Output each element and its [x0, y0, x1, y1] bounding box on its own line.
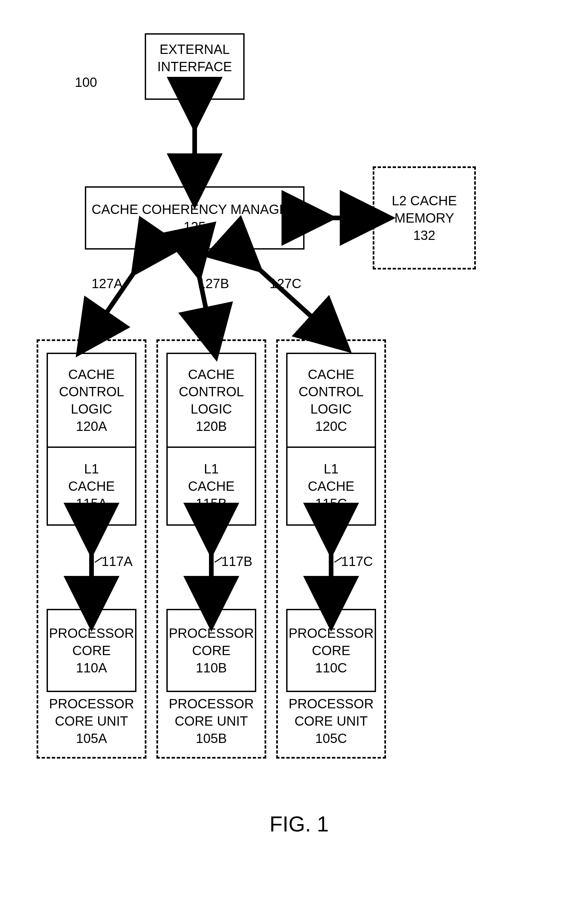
ccl-b-title: CACHE CONTROL LOGIC	[179, 366, 244, 418]
ccm-ref: 125	[184, 218, 206, 235]
l1-b-title: L1 CACHE	[188, 460, 235, 495]
core-c-box: PROCESSOR CORE 110C	[286, 609, 376, 692]
l2-cache-box: L2 CACHE MEMORY 132	[373, 166, 476, 269]
l1-a-ref: 115A	[76, 495, 107, 512]
unit-c-ref: 105C	[315, 730, 347, 747]
link-117b: 117B	[221, 554, 252, 569]
ccl-a-ref: 120A	[76, 418, 107, 435]
l2-ref: 132	[413, 227, 436, 244]
core-a-box: PROCESSOR CORE 110A	[46, 609, 137, 692]
ccl-c-title: CACHE CONTROL LOGIC	[299, 366, 364, 418]
unit-b-ref: 105B	[195, 730, 226, 747]
l1-a-title: L1 CACHE	[68, 460, 115, 495]
core-b-ref: 110B	[195, 659, 226, 677]
core-c-ref: 110C	[315, 659, 347, 677]
core-a-title: PROCESSOR CORE	[49, 624, 134, 659]
ccm-title: CACHE COHERENCY MANAGER	[91, 201, 297, 218]
core-c-title: PROCESSOR CORE	[288, 624, 374, 659]
ccl-a-title: CACHE CONTROL LOGIC	[59, 366, 124, 418]
external-interface-ref: 130	[184, 75, 206, 92]
ref-100: 100	[75, 75, 97, 90]
external-interface-title: EXTERNAL INTERFACE	[157, 41, 232, 75]
l1-c-ref: 115C	[315, 495, 347, 512]
l2-line1: L2 CACHE	[392, 192, 457, 209]
diagram-root: 100 EXTERNAL INTERFACE 130 CACHE COHEREN…	[13, 13, 575, 885]
l1-c-title: L1 CACHE	[308, 460, 354, 495]
unit-b-cache-stack: CACHE CONTROL LOGIC 120B L1 CACHE 115B	[166, 353, 256, 526]
link-127c: 127C	[269, 276, 302, 291]
link-117c: 117C	[341, 554, 373, 569]
core-b-box: PROCESSOR CORE 110B	[166, 609, 256, 692]
link-127b: 127B	[198, 276, 229, 291]
figure-label: FIG. 1	[269, 812, 329, 836]
link-117a: 117A	[102, 554, 132, 569]
unit-a-ref: 105A	[76, 730, 107, 747]
unit-c-cache-stack: CACHE CONTROL LOGIC 120C L1 CACHE 115C	[286, 353, 376, 526]
core-a-ref: 110A	[76, 659, 107, 677]
l2-line2: MEMORY	[394, 209, 454, 227]
link-127a: 127A	[91, 276, 122, 291]
unit-a-cache-stack: CACHE CONTROL LOGIC 120A L1 CACHE 115A	[46, 353, 137, 526]
unit-a-title: PROCESSOR CORE UNIT	[49, 695, 134, 730]
svg-line-3	[195, 255, 211, 334]
external-interface-box: EXTERNAL INTERFACE 130	[145, 33, 245, 100]
svg-line-4	[243, 255, 331, 334]
ccm-box: CACHE COHERENCY MANAGER 125	[85, 186, 305, 249]
svg-line-2	[91, 255, 146, 334]
core-b-title: PROCESSOR CORE	[169, 624, 254, 659]
l1-b-ref: 115B	[195, 495, 226, 512]
unit-b-title: PROCESSOR CORE UNIT	[169, 695, 254, 730]
unit-c-title: PROCESSOR CORE UNIT	[288, 695, 374, 730]
ccl-b-ref: 120B	[195, 418, 226, 435]
ccl-c-ref: 120C	[315, 418, 347, 435]
